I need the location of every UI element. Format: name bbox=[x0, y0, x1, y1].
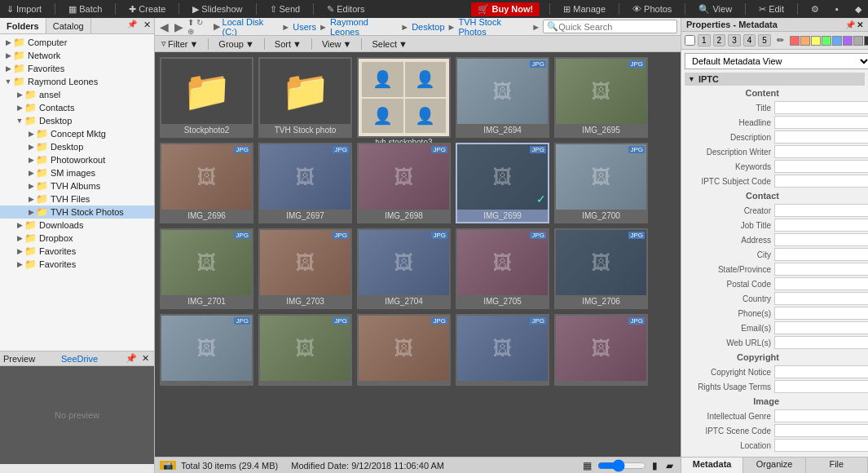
tree-item-4[interactable]: ▶📁ansel bbox=[0, 88, 154, 101]
tree-item-1[interactable]: ▶📁Network bbox=[0, 49, 154, 62]
tree-item-3[interactable]: ▼📁Raymond Leones bbox=[0, 75, 154, 88]
filmstrip-view-btn[interactable]: ▰ bbox=[663, 459, 676, 472]
meta-input-11[interactable] bbox=[774, 277, 868, 290]
meta-input-8[interactable] bbox=[774, 233, 868, 246]
tree-item-2[interactable]: ▶📁Favorites bbox=[0, 62, 154, 75]
grid-item-2[interactable]: 👤 👤 👤 👤 tvh stockphoto3 bbox=[357, 57, 451, 138]
tree-item-8[interactable]: ▶📁Desktop bbox=[0, 140, 154, 153]
meta-input-18[interactable] bbox=[774, 409, 868, 422]
right-close[interactable]: ✕ bbox=[857, 20, 863, 29]
buy-now-button[interactable]: 🛒 Buy Now! bbox=[471, 2, 540, 16]
breadcrumb-desktop[interactable]: Desktop bbox=[412, 22, 444, 32]
tree-item-12[interactable]: ▶📁TVH Files bbox=[0, 192, 154, 206]
search-input[interactable] bbox=[558, 22, 673, 32]
grid-item-12[interactable]: JPG 🖼 IMG_2704 bbox=[357, 228, 451, 309]
page-1-btn[interactable]: 1 bbox=[698, 34, 711, 46]
color-orange[interactable] bbox=[800, 36, 810, 46]
meta-input-12[interactable] bbox=[774, 292, 868, 305]
create-btn[interactable]: ✚ Create bbox=[126, 4, 169, 15]
meta-input-5[interactable] bbox=[774, 175, 868, 188]
editors-btn[interactable]: ✎ Editors bbox=[324, 4, 368, 15]
color-blue[interactable] bbox=[832, 36, 842, 46]
meta-input-20[interactable] bbox=[774, 439, 868, 452]
grid-item-17[interactable]: JPG 🖼 bbox=[357, 314, 451, 386]
tree-item-17[interactable]: ▶📁Favorites bbox=[0, 258, 154, 271]
catalog-tab[interactable]: Catalog bbox=[46, 18, 91, 33]
color-gray[interactable] bbox=[853, 36, 863, 46]
grid-item-0[interactable]: 📁Stockphoto2 bbox=[160, 57, 253, 138]
chart-btn[interactable]: ▪ bbox=[832, 4, 842, 14]
organize-tab[interactable]: Organize bbox=[743, 458, 805, 473]
grid-item-19[interactable]: JPG 🖼 bbox=[554, 314, 648, 386]
tree-item-14[interactable]: ▶📁Downloads bbox=[0, 219, 154, 232]
sort-button[interactable]: Sort ▼ bbox=[271, 38, 305, 50]
right-pin[interactable]: 📌 bbox=[845, 20, 855, 29]
preview-pin[interactable]: 📌 bbox=[124, 353, 139, 364]
grid-item-8[interactable]: JPG 🖼 ✓IMG_2699 bbox=[456, 143, 549, 223]
view-filter-button[interactable]: View ▼ bbox=[319, 38, 355, 50]
color-purple[interactable] bbox=[843, 36, 853, 46]
grid-item-9[interactable]: JPG 🖼 IMG_2700 bbox=[554, 143, 648, 223]
color-green[interactable] bbox=[822, 36, 831, 46]
send-btn[interactable]: ⇧ Send bbox=[267, 4, 304, 15]
grid-item-18[interactable]: JPG 🖼 bbox=[456, 314, 549, 386]
select-button[interactable]: Select ▼ bbox=[368, 38, 410, 50]
tree-item-7[interactable]: ▶📁Concept Mktg bbox=[0, 127, 154, 140]
color-red[interactable] bbox=[790, 36, 800, 46]
page-3-btn[interactable]: 3 bbox=[728, 34, 741, 46]
grid-view-btn[interactable]: ▦ bbox=[580, 459, 594, 472]
color-black[interactable] bbox=[864, 36, 868, 46]
page-2-btn[interactable]: 2 bbox=[713, 34, 726, 46]
group-button[interactable]: Group ▼ bbox=[215, 38, 257, 50]
meta-input-15[interactable] bbox=[774, 336, 868, 349]
extra-btn[interactable]: ◆ bbox=[852, 4, 865, 15]
meta-input-4[interactable] bbox=[774, 160, 868, 173]
grid-item-15[interactable]: JPG 🖼 bbox=[160, 314, 253, 386]
back-button[interactable]: ◀ bbox=[158, 20, 170, 33]
meta-input-6[interactable] bbox=[774, 204, 868, 217]
seedrive-link[interactable]: SeeDrive bbox=[61, 354, 98, 364]
metadata-checkbox[interactable] bbox=[685, 35, 695, 46]
breadcrumb-users[interactable]: Users bbox=[293, 22, 316, 32]
folders-tab[interactable]: Folders bbox=[0, 18, 46, 33]
page-4-btn[interactable]: 4 bbox=[743, 34, 756, 46]
tree-item-15[interactable]: ▶📁Dropbox bbox=[0, 232, 154, 245]
preview-close[interactable]: ✕ bbox=[140, 353, 151, 364]
view-btn[interactable]: 🔍 View bbox=[695, 4, 735, 15]
grid-item-11[interactable]: JPG 🖼 IMG_2703 bbox=[258, 228, 352, 309]
meta-input-0[interactable] bbox=[774, 101, 868, 114]
tree-item-10[interactable]: ▶📁SM images bbox=[0, 166, 154, 179]
metadata-view-select[interactable]: Default Metadata View bbox=[685, 53, 868, 69]
grid-item-3[interactable]: JPG 🖼 IMG_2694 bbox=[456, 57, 549, 138]
page-5-btn[interactable]: 5 bbox=[758, 34, 771, 46]
edit-btn[interactable]: ✂ Edit bbox=[756, 4, 787, 15]
meta-input-3[interactable] bbox=[774, 145, 868, 158]
forward-button[interactable]: ▶ bbox=[173, 20, 185, 33]
tree-item-6[interactable]: ▼📁Desktop bbox=[0, 114, 154, 127]
meta-input-9[interactable] bbox=[774, 248, 868, 261]
list-view-btn[interactable]: ▮ bbox=[650, 459, 660, 472]
grid-item-16[interactable]: JPG 🖼 bbox=[258, 314, 352, 386]
grid-item-10[interactable]: JPG 🖼 IMG_2701 bbox=[160, 228, 253, 309]
meta-input-14[interactable] bbox=[774, 321, 868, 334]
batch-btn[interactable]: ▦ Batch bbox=[65, 4, 105, 15]
zoom-slider[interactable] bbox=[597, 459, 646, 472]
breadcrumb-local-disk[interactable]: Local Disk (C:) bbox=[223, 17, 280, 37]
panel-pin[interactable]: 📌 bbox=[124, 18, 140, 33]
photos-btn[interactable]: 👁 Photos bbox=[629, 4, 675, 14]
meta-input-1[interactable] bbox=[774, 116, 868, 129]
tree-item-11[interactable]: ▶📁TVH Albums bbox=[0, 179, 154, 192]
tree-item-5[interactable]: ▶📁Contacts bbox=[0, 101, 154, 114]
metadata-tab[interactable]: Metadata bbox=[681, 458, 743, 473]
search-bar[interactable]: 🔍 bbox=[543, 20, 677, 33]
iptc-section[interactable]: ▼ IPTC bbox=[685, 73, 865, 86]
grid-item-7[interactable]: JPG 🖼 IMG_2698 bbox=[357, 143, 451, 223]
file-tab[interactable]: File bbox=[806, 458, 868, 473]
meta-input-2[interactable] bbox=[774, 130, 868, 144]
panel-close[interactable]: ✕ bbox=[140, 18, 154, 33]
breadcrumb-tvh[interactable]: TVH Stock Photos bbox=[458, 17, 529, 37]
color-yellow[interactable] bbox=[811, 36, 821, 46]
grid-item-4[interactable]: JPG 🖼 IMG_2695 bbox=[554, 57, 648, 138]
meta-input-19[interactable] bbox=[774, 424, 868, 437]
breadcrumb-raymond[interactable]: Raymond Leones bbox=[330, 17, 398, 37]
